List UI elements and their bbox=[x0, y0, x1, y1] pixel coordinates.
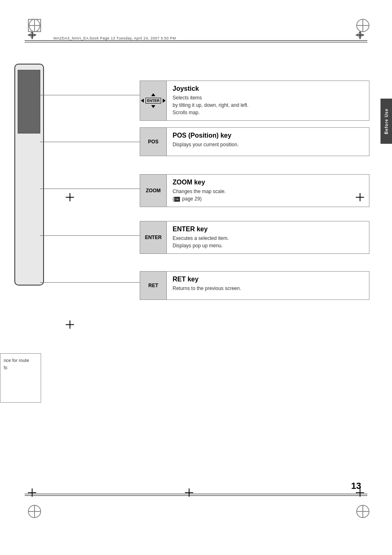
zoom-desc: Changes the map scale.(↪ page 29) bbox=[173, 188, 363, 203]
reg-circle-top-right bbox=[356, 19, 369, 32]
zoom-button: ZOOM bbox=[140, 175, 167, 207]
joystick-content: Joystick Selects itemsby tilting it up, … bbox=[167, 81, 369, 120]
connector-enter bbox=[40, 235, 140, 236]
crosshair-bottom-left bbox=[28, 488, 36, 497]
bottom-left-box: nce for routety. bbox=[0, 353, 41, 403]
pos-title: POS (Position) key bbox=[173, 132, 363, 139]
pos-key-box: POS POS (Position) key Displays your cur… bbox=[140, 127, 369, 156]
enter-desc: Executes a selected item.Displays pop up… bbox=[173, 235, 363, 249]
connector-zoom bbox=[40, 189, 140, 189]
ret-title: RET key bbox=[173, 276, 363, 283]
ret-button-label: RET bbox=[148, 283, 158, 288]
header-rule-bottom bbox=[25, 42, 367, 42]
zoom-content: ZOOM key Changes the map scale.(↪ page 2… bbox=[167, 175, 369, 207]
joystick-enter-label: ENTER bbox=[145, 98, 161, 104]
reg-circle-top-left bbox=[28, 19, 41, 32]
footer-rule-bottom bbox=[25, 495, 367, 496]
enter-button-label: ENTER bbox=[145, 235, 162, 240]
page-number: 13 bbox=[351, 481, 361, 491]
joystick-button: ENTER bbox=[140, 81, 167, 120]
zoom-button-label: ZOOM bbox=[146, 188, 161, 193]
crosshair-mid-left bbox=[66, 193, 74, 201]
crosshair-bottom-center bbox=[185, 488, 193, 497]
pos-button: POS bbox=[140, 128, 167, 156]
pos-desc: Displays your current position. bbox=[173, 141, 363, 148]
connector-joystick bbox=[40, 95, 140, 95]
connector-pos bbox=[40, 142, 140, 142]
joystick-title: Joystick bbox=[173, 85, 363, 92]
connector-ret bbox=[40, 282, 140, 283]
reg-circle-bottom-left bbox=[28, 505, 41, 518]
arrow-left-icon bbox=[141, 99, 144, 103]
ret-button: RET bbox=[140, 272, 167, 299]
zoom-key-box: ZOOM ZOOM key Changes the map scale.(↪ p… bbox=[140, 174, 369, 207]
crosshair-lower-left bbox=[66, 320, 74, 329]
enter-key-box: ENTER ENTER key Executes a selected item… bbox=[140, 221, 369, 254]
side-tab-before-use: Before Use bbox=[380, 99, 392, 144]
crosshair-top-left bbox=[28, 31, 36, 39]
joystick-key-box: ENTER Joystick Selects itemsby tilting i… bbox=[140, 81, 369, 121]
pos-content: POS (Position) key Displays your current… bbox=[167, 128, 369, 156]
header-rule-top bbox=[25, 40, 367, 41]
arrow-up-icon bbox=[151, 93, 155, 96]
reg-circle-bottom-right bbox=[356, 505, 369, 518]
footer-rule-top bbox=[25, 494, 367, 494]
pos-button-label: POS bbox=[148, 139, 158, 145]
crosshair-mid-right bbox=[356, 193, 364, 201]
ret-content: RET key Returns to the previous screen. bbox=[167, 272, 369, 299]
file-info: MAZDA3_NAVI_EA.book Page 13 Tuesday, Apr… bbox=[53, 36, 176, 40]
arrow-right-icon bbox=[163, 99, 166, 103]
enter-button: ENTER bbox=[140, 221, 167, 253]
joystick-desc: Selects itemsby tilting it up, down, rig… bbox=[173, 94, 363, 116]
ret-desc: Returns to the previous screen. bbox=[173, 285, 363, 292]
enter-content: ENTER key Executes a selected item.Displ… bbox=[167, 221, 369, 253]
zoom-title: ZOOM key bbox=[173, 179, 363, 186]
arrow-down-icon bbox=[151, 105, 155, 108]
enter-title: ENTER key bbox=[173, 226, 363, 233]
device-illustration bbox=[10, 64, 47, 294]
bottom-left-text: nce for routety. bbox=[4, 357, 37, 371]
ret-key-box: RET RET key Returns to the previous scre… bbox=[140, 271, 369, 300]
crosshair-top-right bbox=[356, 31, 364, 39]
